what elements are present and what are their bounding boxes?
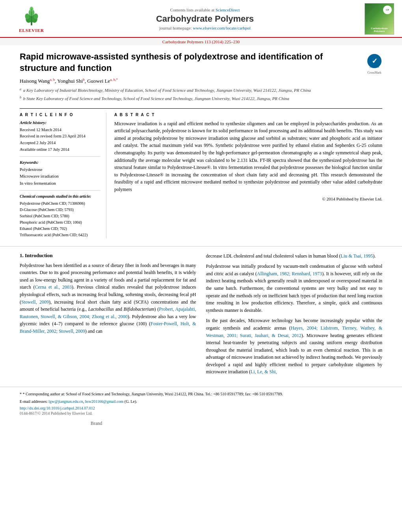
authors: Haisong Wanga, b, Yonghui Shib, Guowei L… — [20, 78, 361, 84]
crossmark-label: CrossMark — [367, 71, 382, 74]
journal-info-center: Contents lists available at ScienceDirec… — [55, 7, 355, 30]
journal-cover-block: CP CarbohydratePolymers — [355, 3, 394, 35]
article-header: Rapid microwave-assisted synthesis of po… — [20, 51, 382, 104]
keyword-polydextrose: Polydextrose — [20, 166, 100, 173]
journal-header: ELSEVIER Contents lists available at Sci… — [0, 0, 402, 38]
accepted-date: Accepted 2 July 2014 — [20, 140, 100, 146]
keywords-label: Keywords: — [20, 160, 100, 165]
main-body: 1. Introduction Polydextrose has been id… — [0, 246, 402, 387]
keyword-fermentation: In vitro fermentation — [20, 180, 100, 187]
article-title-block: Rapid microwave-assisted synthesis of po… — [20, 51, 361, 104]
elsevier-text: ELSEVIER — [19, 28, 44, 33]
ref-cerna[interactable]: Cerna et al., 2003 — [35, 284, 71, 290]
intro-paragraph-1: Polydextrose has been identified as a so… — [20, 262, 196, 335]
abstract-copyright: © 2014 Published by Elsevier Ltd. — [114, 196, 382, 201]
chemical-4: Phosphoric acid (PubChem CID; 1004) — [20, 219, 100, 226]
chemical-3: Sorbitol (PubChem CID; 5780) — [20, 213, 100, 219]
article-title: Rapid microwave-assisted synthesis of po… — [20, 51, 361, 74]
ref-allingham[interactable]: Allingham, 1982; Rennhard, 1973 — [257, 271, 322, 276]
copyright-line: 0144-8617/© 2014 Published by Elsevier L… — [20, 411, 382, 415]
doi-link[interactable]: http://dx.doi.org/10.1016/j.carbpol.2014… — [20, 406, 382, 410]
crossmark-icon: ✓ CrossMark — [367, 53, 382, 69]
chemical-1: Polydextrose (PubChem CID; 71306906) — [20, 200, 100, 207]
citation-text: Carbohydrate Polymers 113 (2014) 225–230 — [162, 39, 240, 44]
doi-url[interactable]: http://dx.doi.org/10.1016/j.carbpol.2014… — [20, 406, 95, 410]
info-abstract-section: A R T I C L E I N F O Article history: R… — [20, 108, 382, 238]
email-link-2[interactable]: hsw201166@gmail.com — [85, 399, 123, 404]
available-date: Available online 17 July 2014 — [20, 146, 100, 153]
journal-homepage: journal homepage: www.elsevier.com/locat… — [55, 26, 355, 30]
sciencedirect-link[interactable]: ScienceDirect — [216, 7, 240, 12]
right-paragraph-2: Polydextrose was initially produced by v… — [206, 263, 383, 314]
footer: * * Corresponding author at: School of F… — [0, 387, 402, 419]
journal-cover: CP CarbohydratePolymers — [365, 3, 394, 35]
chemical-section: Chemical compounds studied in this artic… — [20, 194, 100, 238]
history-label: Article history: — [20, 120, 100, 125]
ref-liu-tsai[interactable]: Liu & Tsai, 1995 — [341, 253, 373, 259]
body-left-column: 1. Introduction Polydextrose has been id… — [20, 252, 196, 379]
elsevier-tree-icon — [20, 6, 43, 27]
contents-label: Contents lists available at ScienceDirec… — [55, 7, 355, 12]
keyword-microwave: Microwave irradiation — [20, 173, 100, 180]
svg-point-5 — [34, 13, 38, 19]
affiliation-b: b b State Key Laboratory of Food Science… — [20, 95, 361, 102]
ref-li-le-shi[interactable]: Li, Le, & Shi, — [251, 369, 277, 374]
homepage-link[interactable]: www.elsevier.com/locate/carbpol — [193, 26, 251, 30]
cover-circle-icon: CP — [383, 6, 392, 14]
article-info-header: A R T I C L E I N F O — [20, 113, 100, 117]
affiliation-a: a a Key Laboratory of Industrial Biotech… — [20, 87, 361, 94]
cover-title: CarbohydratePolymers — [366, 27, 393, 33]
divider-1 — [20, 156, 100, 157]
body-right-column: decrease LDL cholesterol and total chole… — [206, 252, 383, 379]
ref-foster-powell[interactable]: Foster-Powell, Holt, & Brand-Miller, 200… — [20, 321, 196, 334]
ref-hayes[interactable]: Hayes, 2004; Lidstrom, Tierney, Wathey, … — [206, 325, 383, 338]
journal-title: Carbohydrate Polymers — [55, 14, 355, 24]
elsevier-logo-block: ELSEVIER — [8, 6, 55, 33]
svg-text:✓: ✓ — [372, 57, 378, 65]
abstract-header: A B S T R A C T — [114, 113, 382, 117]
brand-label: Brand — [91, 421, 102, 426]
abstract-column: A B S T R A C T Microwave irradiation is… — [114, 113, 382, 238]
crossmark-badge[interactable]: ✓ CrossMark CrossMark — [367, 53, 382, 69]
chemical-2: D-Glucose (PubChem CID; 5793) — [20, 207, 100, 213]
received-revised-date: Received in revised form 23 April 2014 — [20, 133, 100, 140]
svg-text:CrossMark: CrossMark — [370, 66, 380, 68]
email-link-1[interactable]: lgw@jiangnan.edu.cn — [48, 399, 83, 404]
article-info-column: A R T I C L E I N F O Article history: R… — [20, 113, 106, 238]
citation-bar: Carbohydrate Polymers 113 (2014) 225–230 — [0, 38, 402, 45]
right-paragraph-3: In the past decades, Microwave technolog… — [206, 317, 383, 376]
svg-point-4 — [25, 13, 29, 19]
page: ELSEVIER Contents lists available at Sci… — [0, 0, 402, 532]
abstract-body: Microwave irradiation is a rapid and eff… — [114, 120, 382, 193]
article-content: Rapid microwave-assisted synthesis of po… — [0, 45, 402, 246]
ref-stowell-2009[interactable]: Stowell, 2009 — [21, 299, 49, 305]
right-paragraph-1: decrease LDL cholesterol and total chole… — [206, 252, 383, 260]
divider-2 — [20, 190, 100, 191]
intro-section-title: 1. Introduction — [20, 252, 196, 259]
chemical-6: Trifluoroacetic acid (PubChem CID; 6422) — [20, 232, 100, 238]
chemical-label: Chemical compounds studied in this artic… — [20, 194, 100, 199]
keywords-section: Keywords: Polydextrose Microwave irradia… — [20, 160, 100, 187]
elsevier-logo: ELSEVIER — [19, 6, 44, 33]
received-date: Received 12 March 2014 — [20, 127, 100, 133]
footnote-corresponding: * * Corresponding author at: School of F… — [20, 391, 382, 397]
footnote-email: E-mail addresses: lgw@jiangnan.edu.cn, h… — [20, 399, 382, 404]
chemical-5: Ethanol (PubChem CID; 702) — [20, 226, 100, 232]
